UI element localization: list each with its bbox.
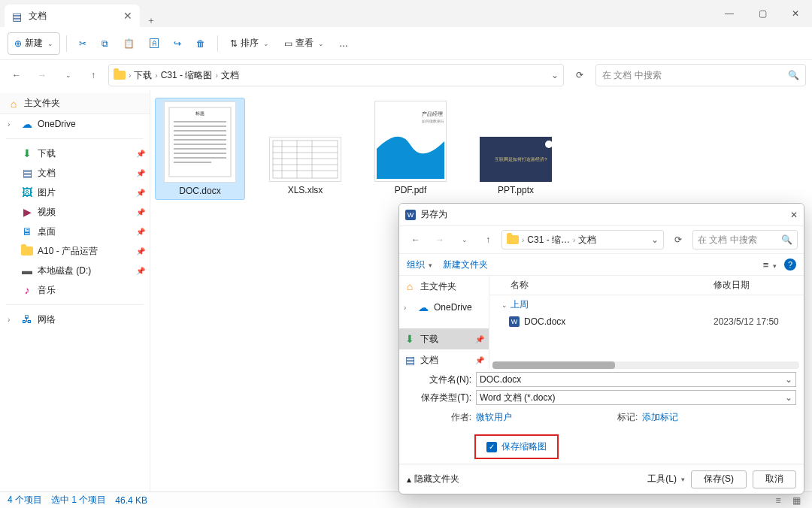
- save-button[interactable]: 保存(S): [691, 470, 747, 488]
- pin-icon: 📌: [475, 356, 484, 364]
- maximize-button[interactable]: ▢: [746, 0, 779, 27]
- sidebar-item-disk-d[interactable]: ▬ 本地磁盘 (D:) 📌: [0, 261, 150, 280]
- filename-input[interactable]: DOC.docx: [476, 372, 796, 387]
- close-tab-icon[interactable]: ✕: [123, 10, 132, 22]
- recent-button[interactable]: ⌄: [453, 229, 474, 250]
- sidebar-item-videos[interactable]: ▶ 视频 📌: [0, 202, 150, 222]
- sort-label: 排序: [241, 37, 259, 50]
- recent-button[interactable]: ⌄: [57, 65, 78, 86]
- sidebar-item-downloads[interactable]: ⬇ 下载 📌: [0, 144, 150, 163]
- sidebar-item-home[interactable]: ⌂ 主文件夹: [0, 93, 150, 114]
- forward-button[interactable]: →: [32, 65, 53, 86]
- delete-button[interactable]: 🗑: [190, 32, 211, 55]
- chevron-down-icon[interactable]: ⌄: [651, 234, 659, 245]
- share-button[interactable]: ↪: [168, 32, 187, 55]
- search-input[interactable]: 在 文档 中搜索 🔍: [595, 64, 806, 86]
- sidebar-item-onedrive[interactable]: › ☁ OneDrive: [0, 114, 150, 134]
- minimize-button[interactable]: —: [713, 0, 746, 27]
- tools-dropdown[interactable]: 工具(L)▾: [647, 473, 685, 485]
- column-name[interactable]: 名称: [511, 279, 714, 292]
- breadcrumb-item[interactable]: C31 - 缩…: [527, 234, 570, 246]
- folder-icon: [21, 245, 33, 257]
- copy-button[interactable]: ⧉: [95, 32, 114, 55]
- chevron-down-icon: ⌄: [501, 301, 508, 309]
- sidebar-item-documents[interactable]: ▤ 文档 📌: [0, 163, 150, 183]
- file-item-pdf[interactable]: 产品经理如何做数据分析 PDF.pdf: [365, 98, 456, 198]
- view-icon: ▭: [284, 38, 292, 49]
- breadcrumb-item[interactable]: C31 - 缩略图: [161, 69, 213, 82]
- cut-button[interactable]: ✂: [73, 32, 92, 55]
- file-item-doc[interactable]: 标题 DOC.docx: [155, 98, 245, 200]
- svg-rect-9: [174, 153, 226, 154]
- chevron-down-icon[interactable]: ⌄: [551, 70, 559, 80]
- thumbnails-view-button[interactable]: ▦: [788, 494, 804, 507]
- expand-icon[interactable]: ›: [8, 120, 17, 129]
- up-button[interactable]: ↑: [477, 229, 498, 250]
- refresh-button[interactable]: ⟳: [667, 234, 689, 245]
- home-icon: ⌂: [8, 98, 20, 110]
- sidebar-item-music[interactable]: ♪ 音乐: [0, 280, 150, 300]
- sidebar-label: 桌面: [38, 225, 56, 238]
- sidebar-item-pictures[interactable]: 🖼 图片 📌: [0, 183, 150, 202]
- tag-value[interactable]: 添加标记: [642, 411, 678, 424]
- back-button[interactable]: ←: [405, 229, 426, 250]
- sidebar-item-onedrive[interactable]: › ☁ OneDrive: [399, 297, 489, 318]
- save-thumbnail-checkbox[interactable]: ✓ 保存缩略图: [474, 434, 559, 459]
- sidebar-item-downloads[interactable]: ⬇ 下载 📌: [399, 328, 489, 349]
- view-options-button[interactable]: ≡ ▾: [763, 259, 777, 271]
- more-button[interactable]: …: [333, 32, 354, 55]
- paste-button[interactable]: 📋: [117, 32, 141, 55]
- group-header-last-week[interactable]: ⌄ 上周: [489, 295, 804, 313]
- back-button[interactable]: ←: [6, 65, 27, 86]
- sidebar-item-desktop[interactable]: 🖥 桌面 📌: [0, 222, 150, 241]
- file-item-ppt[interactable]: 互联网是如何打造新经济? PPT.pptx: [471, 98, 561, 198]
- dialog-toolbar: 组织 ▾ 新建文件夹 ≡ ▾ ?: [399, 253, 804, 276]
- breadcrumb-bar[interactable]: › 下载 › C31 - 缩略图 › 文档 ⌄: [108, 64, 564, 86]
- author-value[interactable]: 微软用户: [476, 411, 512, 424]
- filetype-select[interactable]: Word 文档 (*.docx): [476, 390, 796, 405]
- sidebar-item-documents[interactable]: ▤ 文档 📌: [399, 349, 489, 369]
- svg-text:标题: 标题: [195, 111, 205, 116]
- sidebar-item-home[interactable]: ⌂ 主文件夹: [399, 276, 489, 297]
- expand-icon[interactable]: ›: [8, 316, 17, 324]
- refresh-button[interactable]: ⟳: [568, 70, 591, 80]
- breadcrumb-item[interactable]: 文档: [578, 234, 596, 246]
- organize-button[interactable]: 组织 ▾: [407, 259, 432, 271]
- up-button[interactable]: ↑: [83, 65, 104, 86]
- horizontal-scrollbar[interactable]: [492, 361, 799, 369]
- dialog-title: 另存为: [420, 208, 447, 221]
- save-thumbnail-label: 保存缩略图: [501, 440, 547, 453]
- documents-icon: ▤: [404, 354, 416, 366]
- new-folder-button[interactable]: 新建文件夹: [443, 259, 488, 271]
- pdf-thumbnail-icon: 产品经理如何做数据分析: [377, 104, 444, 179]
- close-window-button[interactable]: ✕: [779, 0, 812, 27]
- expand-icon[interactable]: ›: [404, 304, 413, 312]
- pin-icon: 📌: [136, 169, 145, 177]
- new-button[interactable]: ⊕ 新建 ⌄: [8, 32, 60, 55]
- sidebar-label: OneDrive: [434, 302, 472, 313]
- forward-button[interactable]: →: [429, 229, 450, 250]
- sidebar-label: 下载: [38, 147, 56, 160]
- file-row[interactable]: W DOC.docx 2023/5/12 17:50: [489, 313, 804, 331]
- hide-folders-button[interactable]: ▴ 隐藏文件夹: [407, 473, 459, 485]
- chevron-right-icon: ›: [573, 236, 575, 244]
- new-tab-button[interactable]: ＋: [140, 14, 162, 27]
- breadcrumb-item[interactable]: 文档: [221, 69, 239, 82]
- column-date[interactable]: 修改日期: [714, 279, 804, 292]
- details-view-button[interactable]: ≡: [770, 494, 786, 507]
- tag-label: 标记:: [617, 411, 638, 424]
- tab-documents[interactable]: ▤ 文档 ✕: [5, 5, 140, 27]
- view-button[interactable]: ▭ 查看 ⌄: [278, 32, 330, 55]
- cancel-button[interactable]: 取消: [753, 470, 796, 488]
- file-item-xls[interactable]: XLS.xlsx: [260, 98, 350, 198]
- dialog-search-input[interactable]: 在 文档 中搜索 🔍: [692, 230, 798, 249]
- sidebar-item-network[interactable]: › 🖧 网络: [0, 310, 150, 329]
- breadcrumb-item[interactable]: 下载: [134, 69, 152, 82]
- pin-icon: 📌: [475, 335, 484, 343]
- sort-button[interactable]: ⇅ 排序 ⌄: [224, 32, 275, 55]
- rename-button[interactable]: 🄰: [144, 32, 165, 55]
- close-dialog-button[interactable]: ✕: [790, 210, 798, 220]
- sidebar-item-a10[interactable]: A10 - 产品运营 📌: [0, 241, 150, 261]
- dialog-breadcrumb[interactable]: › C31 - 缩… › 文档 ⌄: [501, 230, 664, 249]
- help-button[interactable]: ?: [784, 259, 796, 271]
